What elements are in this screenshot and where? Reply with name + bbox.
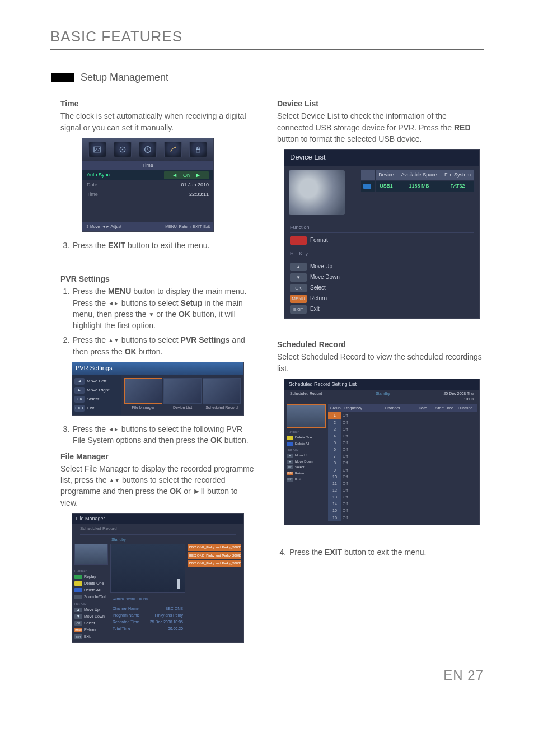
up-chip-icon: ▲ [287,454,293,458]
fm-current-info-label: Current Playing File Info [110,595,185,603]
page-number: EN 27 [50,668,484,683]
schedule-row: 7Off [328,453,477,460]
blue-chip-icon [74,588,82,592]
pvr-heading: PVR Settings [60,273,257,284]
td-fs: FAT32 [441,181,475,192]
exit-key: EXIT [74,405,85,412]
schedule-row: 15Off [328,507,477,514]
left-key-icon: ◄ [74,378,85,385]
auto-sync-row: Auto Sync ◄ On ► [82,170,213,181]
ok-chip: OK [287,465,293,469]
page-header: BASIC FEATURES [50,28,484,49]
down-chip-icon: ▼ [287,460,293,464]
schedule-row: 9Off [328,467,477,474]
sr-device-thumb [287,404,326,428]
sr-step-4: Press the EXIT button to exit the menu. [288,547,484,558]
exit-chip: EXIT [287,478,293,482]
sr-steps: Press the EXIT button to exit the menu. [277,547,484,558]
scheduled-record-osd: Scheduled Record Setting List Scheduled … [284,379,480,525]
time-steps: Press the EXIT button to exit the menu. [50,240,257,251]
subtitle-row: Setup Management [51,72,484,83]
gray-chip-icon [74,595,82,599]
updown-icon: ⇕ [86,225,89,228]
pvr-step-3: Press the ◄► buttons to select the follo… [72,423,257,446]
pvr-step-1: Press the MENU button to display the mai… [72,286,257,331]
thumb-scheduled-record: Scheduled Record [203,378,240,412]
thumb-file-manager: File Manager [125,378,162,412]
fm-preview [110,544,185,593]
pvr-steps-3: Press the ◄► buttons to select the follo… [50,423,257,446]
schedule-row: 2Off [328,419,477,426]
ok-key: OK [74,396,85,403]
menu-chip: MENU [290,295,307,303]
schedule-row: 4Off [328,433,477,440]
schedule-row: 5Off [328,440,477,446]
left-column: Time The clock is set automatically when… [50,94,257,651]
up-chip-icon: ▲ [74,608,82,612]
dl-title: Device List [284,150,479,166]
thumb-device-list: Device List [164,378,201,412]
lock-icon [189,142,207,157]
file-row-1: BBC ONE_Pinky and Perky_20081225_100524.… [188,544,241,551]
fm-hotkey-label: Hot Key [74,600,108,606]
pvr-steps-12: Press the MENU button to display the mai… [50,286,257,357]
file-row-3: BBC ONE_Pinky and Perky_20081225_100526.… [188,560,241,567]
ok-chip: OK [290,284,307,292]
device-list-heading: Device List [277,98,484,109]
device-list-osd: Device List Device Available Space File … [284,149,480,319]
pvr-step-2: Press the ▲▼ buttons to select PVR Setti… [72,334,257,357]
schedule-row: 14Off [328,501,477,507]
right-column: Device List Select Device List to check … [277,94,484,651]
right-arrow-icon: ► [195,171,201,180]
fm-file-list: BBC ONE_Pinky and Perky_20081225_100524.… [188,544,241,641]
sound-icon [114,142,132,157]
up-chip-icon: ▲ [290,263,307,271]
pvr-side-menu: ◄Move Left ►Move Right OKSelect EXITExit [72,375,121,415]
time-description: The clock is set automatically when rece… [60,110,257,133]
schedule-row: 16Off [328,515,477,521]
device-table: Device Available Space File System USB1 … [360,169,475,192]
sr-title: Scheduled Record Setting List [284,379,479,390]
device-list-text: Select Device List to check the informat… [277,110,484,144]
exit-chip: EXIT [290,305,307,314]
menu-chip: MENU [287,472,293,475]
pvr-thumbs: File Manager Device List Scheduled Recor… [121,375,243,415]
subtitle-bar [51,73,74,82]
schedule-row: 3Off [328,426,477,433]
fm-standby: Standby [72,536,243,544]
schedule-row: 1Off [328,412,477,419]
subtitle: Setup Management [81,72,168,83]
right-arrow-icon: ► [114,426,119,432]
yellow-chip-icon [287,436,293,440]
usb-icon [363,184,371,189]
time-osd: Time Auto Sync ◄ On ► Date 01 Jan 2010 [82,138,214,232]
schedule-row: 6Off [328,446,477,453]
dl-function-label: Function [284,220,479,232]
pvr-osd-title: PVR Settings [72,362,243,375]
pvr-osd: PVR Settings ◄Move Left ►Move Right OKSe… [72,362,244,416]
up-arrow-icon: ▲ [108,338,114,344]
down-chip-icon: ▼ [290,273,307,282]
file-manager-osd: File Manager Scheduled Record Standby Fu… [72,513,244,643]
time-tab-label: Time [82,161,213,170]
time-label: Time [87,191,98,198]
fm-title: File Manager [72,514,243,524]
time-value: 22:33:11 [189,191,209,198]
fm-device-thumb [74,544,108,565]
schedule-row: 12Off [328,487,477,494]
osd-top-icons [82,138,213,161]
fm-sub: Scheduled Record [72,524,243,533]
menu-chip: MENU [74,628,82,632]
green-chip-icon [74,575,82,579]
th-file-system: File System [441,170,475,181]
blue-chip-icon [287,442,293,446]
exit-chip: EXIT [74,634,82,639]
date-value: 01 Jan 2010 [181,181,209,189]
schedule-row: 10Off [328,474,477,480]
right-arrow-icon: ► [114,300,119,306]
file-manager-heading: File Manager [60,451,257,462]
time-heading: Time [60,98,257,109]
red-chip-icon [290,236,307,245]
up-arrow-icon: ▲ [109,477,114,483]
time-icon [139,142,157,157]
